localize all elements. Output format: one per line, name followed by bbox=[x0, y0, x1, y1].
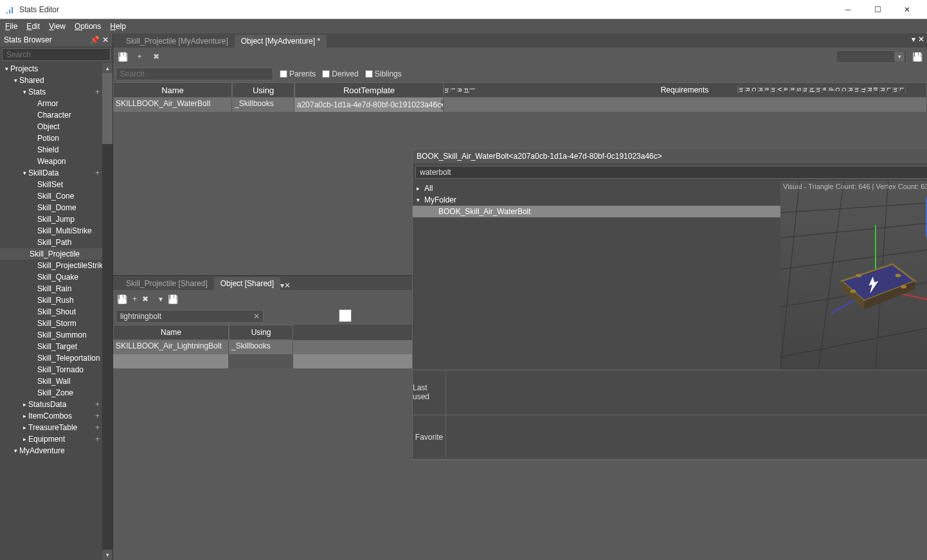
add-icon[interactable]: + bbox=[95, 168, 100, 177]
maximize-button[interactable]: ☐ bbox=[863, 0, 892, 19]
add-button[interactable]: + bbox=[132, 294, 137, 303]
tree-book-item[interactable]: BOOK_Skill_Air_WaterBolt bbox=[438, 207, 531, 216]
dropdown-icon[interactable]: ▾ bbox=[912, 35, 915, 44]
dropdown[interactable]: ▾ bbox=[836, 50, 906, 63]
tab-close-icon[interactable]: ✕ bbox=[284, 281, 291, 290]
save-button[interactable] bbox=[117, 51, 129, 62]
close-button[interactable]: ✕ bbox=[892, 0, 922, 19]
siblings-checkbox[interactable]: Siblings bbox=[365, 69, 402, 78]
tree-myfolder[interactable]: MyFolder bbox=[424, 195, 456, 204]
derived-checkbox[interactable]: Derived bbox=[322, 69, 358, 78]
tree-item[interactable]: Skill_Summon bbox=[0, 329, 102, 341]
col-roottemplate[interactable]: RootTemplate bbox=[294, 82, 444, 98]
upper-toolbar: + ✖ ▾ bbox=[113, 48, 927, 66]
delete-button[interactable]: ✖ bbox=[142, 294, 148, 303]
svg-line-4 bbox=[780, 219, 927, 238]
tree-projects[interactable]: Projects bbox=[10, 64, 38, 73]
tab-skill-projectile-shared[interactable]: Skill_Projectile [Shared] bbox=[120, 277, 214, 290]
viewport-3d[interactable]: Visual - Triangle Count: 646 | Vertex Co… bbox=[780, 181, 927, 370]
add-icon[interactable]: + bbox=[95, 87, 100, 96]
tree-item[interactable]: Skill_Zone bbox=[0, 387, 102, 399]
add-icon[interactable]: + bbox=[95, 423, 100, 432]
tree-item[interactable]: Skill_Tornado bbox=[0, 364, 102, 375]
tree-item-shield[interactable]: Shield bbox=[0, 144, 102, 156]
tree-item[interactable]: Skill_Rush bbox=[0, 294, 102, 306]
add-icon[interactable]: + bbox=[95, 435, 100, 444]
delete-button[interactable]: ✖ bbox=[150, 51, 162, 62]
pin-icon[interactable]: 📌 bbox=[90, 35, 100, 44]
tree-myadventure[interactable]: MyAdventure bbox=[19, 446, 65, 455]
svg-line-3 bbox=[780, 200, 927, 213]
tree-item[interactable]: Skill_Quake bbox=[0, 271, 102, 283]
tree-item[interactable]: Skill_Wall bbox=[0, 375, 102, 387]
upper-tabs: Skill_Projectile [MyAdventure] Object [M… bbox=[113, 33, 927, 48]
svg-point-22 bbox=[901, 285, 906, 288]
tab-object-shared[interactable]: Object [Shared] bbox=[214, 277, 280, 290]
tree-item-skill-projectile[interactable]: Skill_Projectile bbox=[30, 249, 80, 258]
col-name[interactable]: Name bbox=[113, 82, 232, 98]
tree-item-armor[interactable]: Armor bbox=[0, 98, 102, 109]
tree-item[interactable]: Skill_Cone bbox=[0, 190, 102, 202]
tab-close-icon[interactable]: ✕ bbox=[918, 35, 924, 44]
tree-item-object[interactable]: Object bbox=[0, 121, 102, 132]
add-icon[interactable]: + bbox=[95, 411, 100, 420]
tree-item[interactable]: Skill_Path bbox=[0, 237, 102, 248]
tab-object-myadventure[interactable]: Object [MyAdventure] * bbox=[235, 35, 327, 48]
parents-checkbox[interactable]: Par bbox=[271, 309, 431, 324]
tree-item-potion[interactable]: Potion bbox=[0, 132, 102, 144]
menu-file[interactable]: File bbox=[5, 22, 17, 31]
tree-item[interactable]: Skill_Storm bbox=[0, 318, 102, 329]
tree-item-weapon[interactable]: Weapon bbox=[0, 156, 102, 167]
col-name[interactable]: Name bbox=[113, 325, 229, 340]
save-button[interactable] bbox=[117, 294, 127, 304]
tree-statusdata[interactable]: StatusData bbox=[28, 400, 66, 409]
minimize-button[interactable]: ─ bbox=[833, 0, 863, 19]
tree-skilldata[interactable]: SkillData bbox=[28, 168, 59, 177]
popup-search-input[interactable] bbox=[415, 166, 927, 179]
tree-stats[interactable]: Stats bbox=[28, 87, 46, 96]
sidebar-close-icon[interactable]: ✕ bbox=[102, 35, 109, 44]
tree-all[interactable]: All bbox=[424, 184, 433, 193]
col-using[interactable]: Using bbox=[229, 325, 293, 340]
col-requirements[interactable]: Requirements bbox=[632, 86, 738, 95]
col-using[interactable]: Using bbox=[232, 82, 294, 98]
upper-search-input[interactable] bbox=[116, 68, 273, 80]
tree-item[interactable]: Skill_Teleportation bbox=[0, 352, 102, 364]
tree-treasuretable[interactable]: TreasureTable bbox=[28, 423, 77, 432]
tree-item-character[interactable]: Character bbox=[0, 109, 102, 121]
tree-itemcombos[interactable]: ItemCombos bbox=[28, 411, 72, 420]
sidebar-tree[interactable]: ▾Projects ▾Shared ▾Stats+ Armor Characte… bbox=[0, 63, 113, 560]
tree-item[interactable]: Skill_Jump bbox=[0, 213, 102, 225]
scrollbar[interactable]: ▴ ▾ bbox=[102, 63, 113, 560]
cell-roottemplate[interactable]: a207a0cb-1d1a-4e7d-80bf-0c191023a46c▾ bbox=[294, 98, 444, 112]
save-button-2[interactable] bbox=[168, 294, 178, 304]
sidebar-search[interactable] bbox=[2, 48, 111, 61]
upper-grid-row[interactable]: SKILLBOOK_Air_WaterBolt _Skillbooks a207… bbox=[113, 98, 927, 112]
tree-item[interactable]: SkillSet bbox=[0, 179, 102, 190]
add-icon[interactable]: + bbox=[95, 400, 100, 409]
menu-help[interactable]: Help bbox=[110, 22, 126, 31]
lower-search-input[interactable] bbox=[116, 310, 264, 323]
clear-icon[interactable]: ✕ bbox=[253, 312, 260, 321]
tree-item[interactable]: Skill_Shout bbox=[0, 306, 102, 318]
tree-shared[interactable]: Shared bbox=[19, 76, 44, 85]
menu-options[interactable]: Options bbox=[75, 22, 101, 31]
save-button-2[interactable] bbox=[912, 51, 923, 62]
tab-skill-projectile[interactable]: Skill_Projectile [MyAdventure] bbox=[120, 35, 235, 48]
tree-item[interactable]: Skill_Dome bbox=[0, 202, 102, 213]
sidebar: Stats Browser 📌 ✕ ▾Projects ▾Shared ▾Sta… bbox=[0, 33, 113, 560]
popup-tree[interactable]: ▸All ▾MyFolder BOOK_Skill_Air_WaterBolt bbox=[413, 181, 780, 370]
tree-equipment[interactable]: Equipment bbox=[28, 435, 65, 444]
parents-checkbox[interactable]: Parents bbox=[280, 69, 316, 78]
tree-item[interactable]: Skill_MultiStrike bbox=[0, 225, 102, 237]
app-icon bbox=[5, 5, 15, 15]
dropdown[interactable]: ▾ bbox=[159, 294, 163, 303]
tree-item[interactable]: Skill_Target bbox=[0, 341, 102, 352]
svg-rect-1 bbox=[9, 10, 10, 14]
menu-edit[interactable]: Edit bbox=[26, 22, 40, 31]
add-button[interactable]: + bbox=[134, 51, 145, 62]
menu-view[interactable]: View bbox=[49, 22, 66, 31]
svg-line-8 bbox=[780, 181, 800, 370]
tree-item[interactable]: Skill_Rain bbox=[0, 283, 102, 294]
tree-item[interactable]: Skill_ProjectileStrike bbox=[0, 260, 102, 271]
